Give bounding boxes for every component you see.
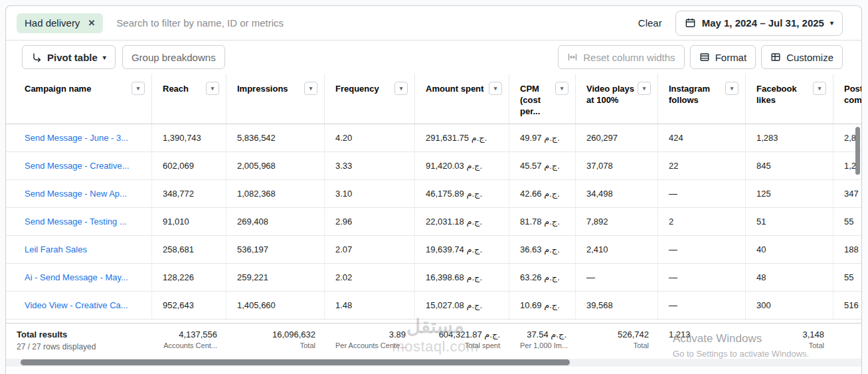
- cell-impressions: 536,197: [226, 236, 325, 263]
- total-sublabel: Per 1,000 Im...: [520, 341, 566, 349]
- horizontal-scrollbar-thumb[interactable]: [21, 359, 570, 365]
- cell-video: 34,498: [576, 180, 658, 207]
- table-row: Send Message - Testing ...91,010269,4082…: [6, 208, 861, 236]
- group-breakdowns-label: Group breakdowns: [131, 52, 216, 63]
- pivot-table-button[interactable]: Pivot table ▾: [22, 45, 116, 69]
- column-menu-button[interactable]: ▾: [206, 82, 219, 95]
- cell-spent: 16,398.68 ج.م.: [415, 264, 509, 291]
- remove-filter-icon[interactable]: ✕: [88, 19, 95, 27]
- total-spent: 604,321.87 ج.م.Total spent: [415, 324, 509, 359]
- cell-fb: 48: [746, 264, 833, 291]
- filter-chip-had-delivery[interactable]: Had delivery ✕: [17, 13, 103, 33]
- cell-cpm: 42.66 ج.م.: [509, 180, 576, 207]
- cell-frequency: 3.10: [325, 180, 415, 207]
- toolbar-right-group: Reset column widths Format Customize: [558, 45, 843, 69]
- horizontal-scrollbar[interactable]: [6, 359, 861, 367]
- column-header-name[interactable]: Campaign name▾: [6, 74, 152, 124]
- column-header-ig[interactable]: Instagram follows▾: [658, 74, 746, 124]
- column-header-cpm[interactable]: CPM (cost per...▾: [509, 74, 576, 124]
- campaign-name-link[interactable]: Video View - Creative Ca...: [6, 292, 152, 319]
- cell-video: 39,568: [576, 292, 658, 319]
- column-menu-button[interactable]: ▾: [725, 82, 738, 95]
- column-menu-button[interactable]: ▾: [555, 82, 568, 95]
- cell-pc: 55: [833, 208, 862, 235]
- cell-ig: —: [658, 292, 746, 319]
- column-header-fb[interactable]: Facebook likes▾: [746, 74, 833, 124]
- cell-fb: 300: [746, 292, 833, 319]
- campaign-name-link[interactable]: Send Message - Creative...: [6, 152, 152, 179]
- campaign-name-link[interactable]: Ai - Send Message - May...: [6, 264, 152, 291]
- search-input[interactable]: [115, 17, 630, 29]
- column-menu-button[interactable]: ▾: [489, 82, 502, 95]
- column-menu-button[interactable]: ▾: [638, 82, 651, 95]
- column-label: Campaign name: [25, 84, 91, 94]
- table-body: Send Message - June - 3...1,390,7435,836…: [6, 124, 861, 320]
- totals-row: Total results27 / 27 rows displayed4,137…: [6, 323, 861, 359]
- cell-spent: 22,031.18 ج.م.: [415, 208, 509, 235]
- column-header-pc[interactable]: Post comments▾: [833, 74, 862, 124]
- total-frequency: 3.89Per Accounts Cente...: [325, 324, 415, 359]
- cell-spent: 15,027.08 ج.م.: [415, 292, 509, 319]
- total-sublabel: Total: [756, 341, 824, 349]
- cell-cpm: 45.57 ج.م.: [509, 152, 576, 179]
- total-value: 4,137,556: [163, 329, 217, 339]
- column-header-spent[interactable]: Amount spent↓▾: [415, 74, 509, 124]
- column-header-video[interactable]: Video plays at 100%▾: [576, 74, 658, 124]
- reset-column-widths-icon: [567, 52, 578, 62]
- vertical-scrollbar-thumb[interactable]: [855, 127, 860, 175]
- cell-pc: 347: [833, 180, 862, 207]
- table-row: Video View - Creative Ca...952,6431,405,…: [6, 292, 861, 320]
- total-sublabel: Per Accounts Cente...: [335, 341, 406, 349]
- cell-fb: 125: [746, 180, 833, 207]
- pivot-table-label: Pivot table: [47, 52, 98, 63]
- calendar-icon: [685, 17, 696, 29]
- campaign-name-link[interactable]: Leil Farah Sales: [6, 236, 152, 263]
- cell-cpm: 49.97 ج.م.: [509, 124, 576, 151]
- campaign-name-link[interactable]: Send Message - New Ap...: [6, 180, 152, 207]
- total-value: 16,096,632: [237, 329, 315, 339]
- cell-impressions: 259,221: [226, 264, 325, 291]
- results-table: Campaign name▾Reach▾Impressions▾Frequenc…: [6, 74, 861, 359]
- reset-column-widths-button[interactable]: Reset column widths: [558, 45, 684, 69]
- total-reach: 4,137,556Accounts Cent...: [152, 324, 226, 359]
- cell-video: 260,297: [576, 124, 658, 151]
- cell-spent: 46,175.89 ج.م.: [415, 180, 509, 207]
- cell-video: 37,078: [576, 152, 658, 179]
- cell-video: 2,410: [576, 236, 658, 263]
- clear-filters-button[interactable]: Clear: [638, 17, 662, 29]
- table-row: Ai - Send Message - May...128,226259,221…: [6, 264, 861, 292]
- format-button[interactable]: Format: [690, 45, 756, 69]
- cell-pc: 188: [833, 236, 862, 263]
- cell-ig: —: [658, 236, 746, 263]
- cell-cpm: 36.63 ج.م.: [509, 236, 576, 263]
- column-label: CPM (cost per...: [520, 84, 541, 116]
- table-row: Send Message - Creative...602,0692,005,9…: [6, 152, 861, 180]
- cell-spent: 91,420.03 ج.م.: [415, 152, 509, 179]
- column-menu-button[interactable]: ▾: [304, 82, 317, 95]
- cell-fb: 40: [746, 236, 833, 263]
- cell-reach: 91,010: [152, 208, 226, 235]
- column-header-frequency[interactable]: Frequency▾: [325, 74, 415, 124]
- sort-descending-icon[interactable]: ↓: [481, 84, 485, 95]
- cell-cpm: 10.69 ج.م.: [509, 292, 576, 319]
- column-label: Amount spent: [426, 84, 483, 94]
- total-ig: 1,213: [658, 324, 746, 359]
- campaign-name-link[interactable]: Send Message - June - 3...: [6, 124, 152, 151]
- column-menu-button[interactable]: ▾: [394, 82, 408, 95]
- column-menu-button[interactable]: ▾: [813, 82, 826, 95]
- column-header-impressions[interactable]: Impressions▾: [226, 74, 325, 124]
- column-label: Post comments: [844, 84, 862, 105]
- column-header-reach[interactable]: Reach▾: [152, 74, 226, 124]
- campaign-name-link[interactable]: Send Message - Testing ...: [6, 208, 152, 235]
- column-menu-button[interactable]: ▾: [131, 82, 145, 95]
- total-value: 37.54 ج.م.: [520, 329, 566, 339]
- table-header: Campaign name▾Reach▾Impressions▾Frequenc…: [6, 74, 861, 124]
- date-range-picker[interactable]: May 1, 2024 – Jul 31, 2025 ▾: [675, 11, 843, 36]
- cell-frequency: 3.33: [325, 152, 415, 179]
- customize-button[interactable]: Customize: [761, 45, 843, 69]
- group-breakdowns-button[interactable]: Group breakdowns: [122, 45, 225, 69]
- cell-cpm: 81.78 ج.م.: [509, 208, 576, 235]
- date-range-text: May 1, 2024 – Jul 31, 2025: [702, 17, 824, 29]
- cell-reach: 602,069: [152, 152, 226, 179]
- column-label: Frequency: [335, 84, 379, 94]
